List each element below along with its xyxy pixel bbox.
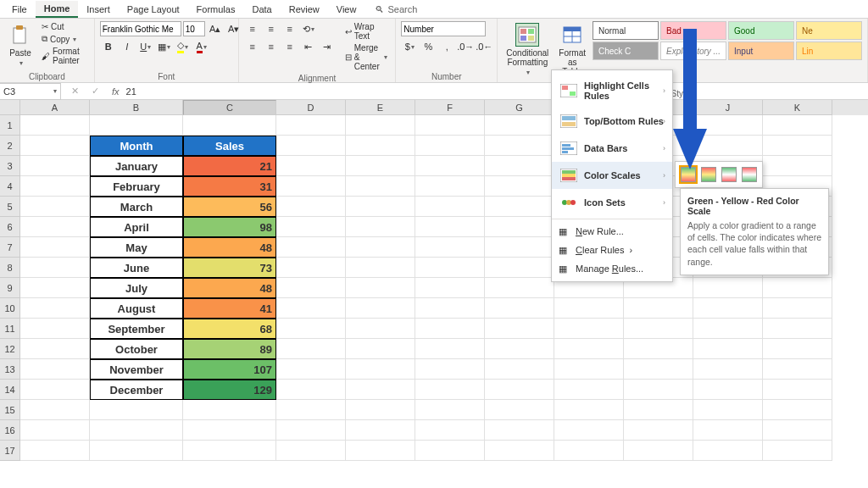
cell-C5[interactable]: 56 bbox=[183, 197, 276, 217]
cell-J15[interactable] bbox=[693, 400, 763, 420]
cell-K16[interactable] bbox=[763, 420, 832, 441]
cell-H13[interactable] bbox=[554, 359, 624, 380]
orientation-icon[interactable]: ⟲▾ bbox=[300, 21, 317, 36]
column-header-G[interactable]: G bbox=[485, 100, 554, 115]
cell-F14[interactable] bbox=[415, 380, 485, 400]
cell-G12[interactable] bbox=[485, 339, 554, 359]
row-header-2[interactable]: 2 bbox=[0, 136, 20, 156]
underline-button[interactable]: U▾ bbox=[137, 39, 154, 54]
cell-B11[interactable]: September bbox=[90, 319, 183, 339]
cell-A6[interactable] bbox=[20, 217, 90, 237]
cell-C3[interactable]: 21 bbox=[183, 156, 276, 176]
row-header-12[interactable]: 12 bbox=[0, 339, 20, 359]
cell-D16[interactable] bbox=[276, 420, 346, 441]
cell-F4[interactable] bbox=[415, 176, 485, 197]
accounting-format-icon[interactable]: $▾ bbox=[401, 39, 418, 54]
cell-H16[interactable] bbox=[554, 420, 624, 441]
row-header-10[interactable]: 10 bbox=[0, 298, 20, 319]
font-name-select[interactable] bbox=[100, 21, 181, 36]
tab-file[interactable]: File bbox=[3, 2, 36, 17]
cell-A5[interactable] bbox=[20, 197, 90, 217]
align-left-icon[interactable]: ≡ bbox=[244, 39, 261, 54]
cell-J16[interactable] bbox=[693, 420, 763, 441]
name-box[interactable]: C3▾ bbox=[0, 83, 61, 100]
style-normal[interactable]: Normal bbox=[593, 21, 659, 40]
cell-A8[interactable] bbox=[20, 258, 90, 278]
cell-K12[interactable] bbox=[763, 339, 832, 359]
decrease-indent-icon[interactable]: ⇤ bbox=[300, 39, 317, 54]
increase-decimal-icon[interactable]: .0→ bbox=[457, 39, 474, 54]
cell-G6[interactable] bbox=[485, 217, 554, 237]
increase-font-icon[interactable]: A▴ bbox=[207, 21, 224, 36]
row-header-15[interactable]: 15 bbox=[0, 400, 20, 420]
cell-B15[interactable] bbox=[90, 400, 183, 420]
cell-C7[interactable]: 48 bbox=[183, 237, 276, 258]
wrap-text-button[interactable]: ↩Wrap Text bbox=[342, 21, 391, 42]
tab-page-layout[interactable]: Page Layout bbox=[119, 2, 188, 17]
row-header-17[interactable]: 17 bbox=[0, 441, 20, 461]
cell-D13[interactable] bbox=[276, 359, 346, 380]
cell-C12[interactable]: 89 bbox=[183, 339, 276, 359]
cell-C10[interactable]: 41 bbox=[183, 298, 276, 319]
cell-I15[interactable] bbox=[624, 400, 693, 420]
cell-K11[interactable] bbox=[763, 319, 832, 339]
cell-D7[interactable] bbox=[276, 237, 346, 258]
cell-F7[interactable] bbox=[415, 237, 485, 258]
cell-C9[interactable]: 48 bbox=[183, 278, 276, 298]
decrease-decimal-icon[interactable]: .0← bbox=[476, 39, 492, 54]
cut-button[interactable]: ✂Cut bbox=[39, 21, 89, 32]
tab-data[interactable]: Data bbox=[243, 2, 280, 17]
row-header-5[interactable]: 5 bbox=[0, 197, 20, 217]
cell-E12[interactable] bbox=[346, 339, 415, 359]
cell-G15[interactable] bbox=[485, 400, 554, 420]
cell-E17[interactable] bbox=[346, 441, 415, 461]
cell-A14[interactable] bbox=[20, 380, 90, 400]
cell-E4[interactable] bbox=[346, 176, 415, 197]
menu-highlight-cells-rules[interactable]: Highlight Cells Rules› bbox=[552, 74, 672, 108]
cell-B4[interactable]: February bbox=[90, 176, 183, 197]
increase-indent-icon[interactable]: ⇥ bbox=[319, 39, 336, 54]
cell-A10[interactable] bbox=[20, 298, 90, 319]
row-header-7[interactable]: 7 bbox=[0, 237, 20, 258]
tab-formulas[interactable]: Formulas bbox=[188, 2, 244, 17]
column-header-E[interactable]: E bbox=[346, 100, 415, 115]
tell-me-search[interactable]: 🔍︎ Search bbox=[375, 4, 417, 14]
align-top-icon[interactable]: ≡ bbox=[244, 21, 261, 36]
row-header-14[interactable]: 14 bbox=[0, 380, 20, 400]
align-right-icon[interactable]: ≡ bbox=[281, 39, 298, 54]
cell-E1[interactable] bbox=[346, 115, 415, 136]
row-header-16[interactable]: 16 bbox=[0, 420, 20, 441]
cell-A17[interactable] bbox=[20, 441, 90, 461]
cell-E13[interactable] bbox=[346, 359, 415, 380]
cell-D11[interactable] bbox=[276, 319, 346, 339]
cell-F15[interactable] bbox=[415, 400, 485, 420]
cell-A1[interactable] bbox=[20, 115, 90, 136]
enter-icon[interactable]: ✓ bbox=[86, 84, 103, 99]
cell-F9[interactable] bbox=[415, 278, 485, 298]
cell-I17[interactable] bbox=[624, 441, 693, 461]
cell-G2[interactable] bbox=[485, 136, 554, 156]
cell-C2[interactable]: Sales bbox=[183, 136, 276, 156]
column-header-C[interactable]: C bbox=[183, 100, 276, 115]
cell-F2[interactable] bbox=[415, 136, 485, 156]
format-painter-button[interactable]: 🖌︎Format Painter bbox=[39, 46, 89, 66]
cell-G4[interactable] bbox=[485, 176, 554, 197]
cell-A9[interactable] bbox=[20, 278, 90, 298]
cell-C1[interactable] bbox=[183, 115, 276, 136]
cell-E3[interactable] bbox=[346, 156, 415, 176]
cell-D4[interactable] bbox=[276, 176, 346, 197]
cell-B16[interactable] bbox=[90, 420, 183, 441]
cell-F12[interactable] bbox=[415, 339, 485, 359]
cell-A11[interactable] bbox=[20, 319, 90, 339]
cell-J17[interactable] bbox=[693, 441, 763, 461]
cell-I11[interactable] bbox=[624, 319, 693, 339]
cell-A3[interactable] bbox=[20, 156, 90, 176]
cell-I13[interactable] bbox=[624, 359, 693, 380]
cell-G9[interactable] bbox=[485, 278, 554, 298]
cell-D15[interactable] bbox=[276, 400, 346, 420]
cell-B17[interactable] bbox=[90, 441, 183, 461]
cell-E10[interactable] bbox=[346, 298, 415, 319]
cell-J12[interactable] bbox=[693, 339, 763, 359]
cell-C11[interactable]: 68 bbox=[183, 319, 276, 339]
copy-button[interactable]: ⧉Copy▾ bbox=[39, 33, 89, 45]
